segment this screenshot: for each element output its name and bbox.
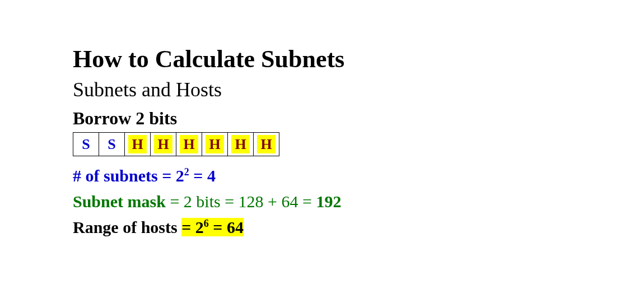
mask-label: Subnet mask: [73, 192, 166, 211]
subnets-formula: # of subnets = 22 = 4: [73, 164, 644, 188]
host-bit-highlight: H: [257, 135, 275, 154]
subnets-prefix: # of subnets = 2: [73, 166, 184, 185]
host-bit-cell: H: [228, 133, 254, 156]
host-bit-cell: H: [254, 133, 279, 156]
host-bit-highlight: H: [231, 135, 249, 154]
subtitle: Subnets and Hosts: [73, 78, 644, 101]
subnet-mask-formula: Subnet mask = 2 bits = 128 + 64 = 192: [73, 190, 644, 213]
host-bit-cell: H: [202, 133, 228, 156]
hosts-exponent: 6: [204, 218, 209, 229]
page-title: How to Calculate Subnets: [73, 45, 644, 73]
host-bit-highlight: H: [206, 135, 223, 154]
bit-table: S S H H H H H H: [73, 132, 279, 156]
host-bit-highlight: H: [128, 135, 146, 154]
subnet-bit-cell: S: [99, 133, 125, 156]
mask-result: 192: [316, 192, 341, 211]
host-bit-cell: H: [176, 133, 202, 156]
hosts-highlight: = 26 = 64: [181, 218, 244, 236]
host-bit-highlight: H: [180, 135, 198, 154]
subnet-bit-cell: S: [73, 133, 99, 156]
hosts-suffix: = 64: [209, 218, 244, 236]
mask-middle: = 2 bits = 128 + 64 =: [166, 192, 316, 211]
host-bit-cell: H: [151, 133, 176, 156]
borrow-label: Borrow 2 bits: [73, 108, 644, 129]
host-bit-cell: H: [125, 133, 151, 156]
hosts-formula: Range of hosts = 26 = 64: [73, 216, 644, 239]
hosts-label: Range of hosts: [73, 218, 181, 236]
subnets-suffix: = 4: [189, 166, 216, 185]
hosts-eq: = 2: [181, 218, 204, 236]
host-bit-highlight: H: [154, 135, 172, 154]
subnets-exponent: 2: [184, 166, 189, 178]
